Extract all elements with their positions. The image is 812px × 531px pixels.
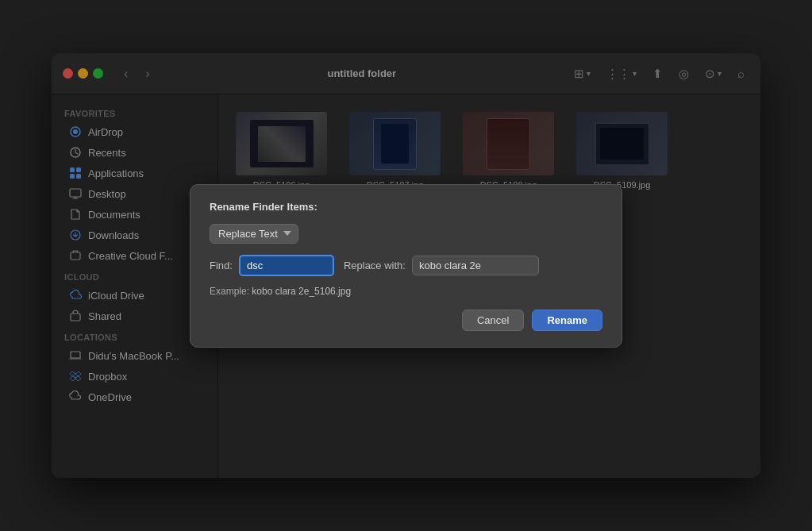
rename-type-select[interactable]: Replace Text Add Text Format — [210, 224, 298, 244]
example-value: kobo clara 2e_5106.jpg — [252, 286, 351, 297]
dialog-overlay: Rename Finder Items: Replace Text Add Te… — [52, 53, 760, 478]
replace-with-input[interactable] — [412, 256, 539, 275]
find-label: Find: — [210, 260, 233, 271]
replace-with-label: Replace with: — [344, 260, 406, 271]
find-input[interactable] — [239, 255, 334, 276]
replace-field-group: Replace with: — [344, 256, 539, 275]
cancel-button[interactable]: Cancel — [462, 310, 524, 331]
rename-button[interactable]: Rename — [532, 310, 602, 331]
dialog-buttons: Cancel Rename — [210, 310, 602, 331]
rename-dialog: Rename Finder Items: Replace Text Add Te… — [190, 184, 622, 348]
dialog-select-row: Replace Text Add Text Format — [210, 224, 602, 244]
dialog-title: Rename Finder Items: — [210, 201, 602, 213]
dialog-fields: Find: Replace with: — [210, 255, 602, 276]
example-prefix: Example: — [210, 286, 252, 297]
finder-window: ‹ › untitled folder ⊞ ▾ ⋮⋮ ▾ ⬆ ◎ ⊙ ▾ ⌕ — [52, 53, 760, 478]
dialog-example: Example: kobo clara 2e_5106.jpg — [210, 286, 602, 297]
find-field-group: Find: — [210, 255, 334, 276]
